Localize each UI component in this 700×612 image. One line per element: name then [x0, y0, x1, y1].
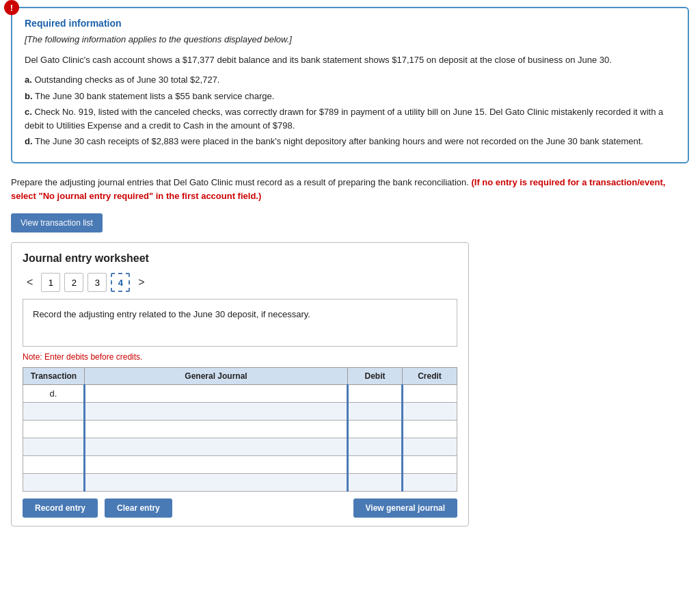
info-list: a. Outstanding checks as of June 30 tota…	[25, 73, 675, 148]
description-text: Record the adjusting entry related to th…	[33, 309, 310, 319]
col-header-transaction: Transaction	[23, 368, 85, 385]
list-item: a. Outstanding checks as of June 30 tota…	[25, 73, 675, 87]
record-entry-button[interactable]: Record entry	[23, 498, 98, 518]
list-label-b: b.	[25, 91, 33, 101]
credit-cell-5[interactable]	[403, 456, 457, 474]
credit-cell-4[interactable]	[403, 438, 457, 456]
credit-input-3[interactable]	[403, 421, 457, 438]
tab-4[interactable]: 4	[111, 273, 130, 292]
worksheet-container: Journal entry worksheet < 1 2 3 4 > Reco…	[11, 242, 469, 527]
tab-3[interactable]: 3	[88, 273, 107, 292]
tab-2[interactable]: 2	[64, 273, 83, 292]
credit-input-6[interactable]	[403, 474, 457, 491]
general-journal-input-6[interactable]	[85, 474, 347, 491]
debit-input-6[interactable]	[349, 474, 401, 491]
credit-cell-3[interactable]	[403, 421, 457, 438]
general-journal-cell-5[interactable]	[85, 456, 348, 474]
credit-cell-1[interactable]	[403, 385, 457, 403]
credit-input-5[interactable]	[403, 456, 457, 473]
credit-input-4[interactable]	[403, 438, 457, 455]
list-text-d-val: The June 30 cash receipts of $2,883 were…	[35, 136, 643, 146]
alert-icon: !	[4, 0, 19, 15]
debit-cell-5[interactable]	[348, 456, 403, 474]
table-row	[23, 421, 457, 438]
view-general-journal-button[interactable]: View general journal	[353, 498, 457, 518]
list-text-b-val: The June 30 bank statement lists a $55 b…	[35, 91, 274, 101]
view-transaction-list-button[interactable]: View transaction list	[11, 213, 103, 232]
transaction-cell-3	[23, 421, 85, 438]
journal-table: Transaction General Journal Debit Credit…	[23, 367, 457, 492]
prev-tab-arrow[interactable]: <	[23, 275, 37, 290]
list-text-a-val: Outstanding checks as of June 30 total $…	[34, 75, 219, 85]
credit-input-2[interactable]	[403, 403, 457, 420]
col-header-general-journal: General Journal	[85, 368, 348, 385]
main-description: Del Gato Clinic's cash account shows a $…	[25, 53, 675, 67]
table-row	[23, 456, 457, 474]
instruction-text: Prepare the adjusting journal entries th…	[11, 176, 689, 204]
debit-cell-2[interactable]	[348, 403, 403, 421]
credit-cell-6[interactable]	[403, 474, 457, 492]
general-journal-input-3[interactable]	[85, 421, 347, 438]
table-row	[23, 474, 457, 492]
general-journal-cell-6[interactable]	[85, 474, 348, 492]
credit-cell-2[interactable]	[403, 403, 457, 421]
list-item: d. The June 30 cash receipts of $2,883 w…	[25, 135, 675, 148]
transaction-cell-6	[23, 474, 85, 492]
tab-1[interactable]: 1	[41, 273, 60, 292]
col-header-debit: Debit	[348, 368, 403, 385]
debit-cell-6[interactable]	[348, 474, 403, 492]
table-row: d.	[23, 385, 457, 403]
general-journal-cell-2[interactable]	[85, 403, 348, 421]
note-text: Note: Enter debits before credits.	[23, 352, 457, 362]
general-journal-cell-4[interactable]	[85, 438, 348, 456]
general-journal-input-2[interactable]	[85, 403, 347, 420]
debit-input-2[interactable]	[349, 403, 401, 420]
general-journal-input-4[interactable]	[85, 438, 347, 455]
list-label-c: c.	[25, 107, 32, 117]
list-item: c. Check No. 919, listed with the cancel…	[25, 105, 675, 132]
transaction-cell-2	[23, 403, 85, 421]
tab-navigation: < 1 2 3 4 >	[23, 273, 457, 292]
general-journal-cell-1[interactable]	[85, 385, 348, 403]
debit-input-5[interactable]	[349, 456, 401, 473]
list-label-d: d.	[25, 136, 33, 146]
credit-input-1[interactable]	[403, 385, 457, 402]
next-tab-arrow[interactable]: >	[134, 275, 148, 290]
bottom-buttons: Record entry Clear entry View general jo…	[23, 492, 457, 526]
debit-cell-3[interactable]	[348, 421, 403, 438]
subtitle: [The following information applies to th…	[25, 33, 675, 46]
required-info-title: Required information	[25, 18, 675, 29]
table-row	[23, 438, 457, 456]
debit-input-3[interactable]	[349, 421, 401, 438]
list-label-a: a.	[25, 75, 32, 85]
list-item: b. The June 30 bank statement lists a $5…	[25, 90, 675, 103]
transaction-cell-5	[23, 456, 85, 474]
debit-cell-1[interactable]	[348, 385, 403, 403]
general-journal-input-1[interactable]	[85, 385, 347, 402]
transaction-cell-4	[23, 438, 85, 456]
list-text-c-val: Check No. 919, listed with the canceled …	[25, 107, 663, 131]
table-row	[23, 403, 457, 421]
transaction-cell-1: d.	[23, 385, 85, 403]
description-box: Record the adjusting entry related to th…	[23, 299, 457, 347]
general-journal-input-5[interactable]	[85, 456, 347, 473]
general-journal-cell-3[interactable]	[85, 421, 348, 438]
info-box: ! Required information [The following in…	[11, 7, 689, 163]
col-header-credit: Credit	[403, 368, 457, 385]
clear-entry-button[interactable]: Clear entry	[105, 498, 172, 518]
worksheet-title: Journal entry worksheet	[23, 252, 457, 265]
debit-cell-4[interactable]	[348, 438, 403, 456]
debit-input-4[interactable]	[349, 438, 401, 455]
debit-input-1[interactable]	[349, 385, 401, 402]
